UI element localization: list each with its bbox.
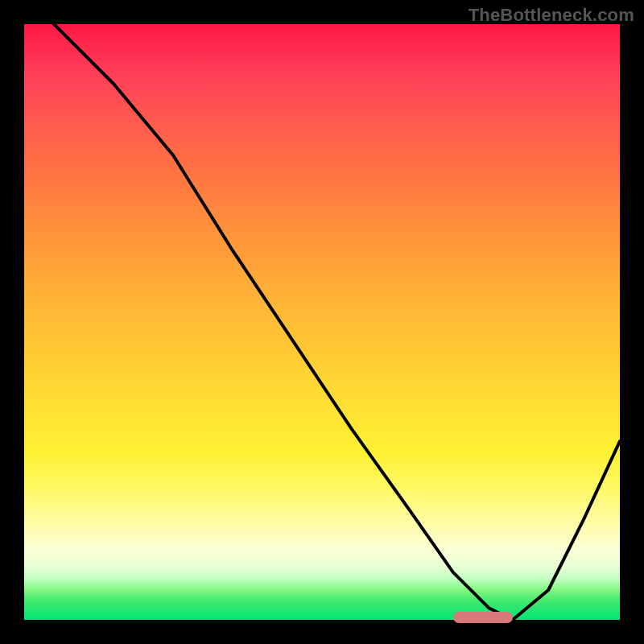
optimal-marker	[453, 612, 513, 623]
plot-area	[24, 24, 620, 620]
watermark-text: TheBottleneck.com	[469, 5, 634, 26]
bottleneck-chart: TheBottleneck.com	[0, 0, 644, 644]
bottleneck-curve-path	[54, 24, 620, 620]
curve-svg	[24, 24, 620, 620]
